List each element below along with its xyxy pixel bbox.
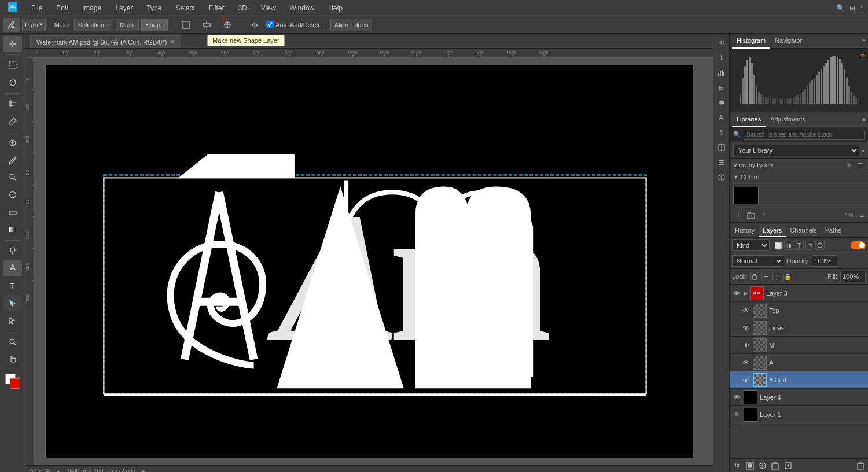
path-mode-3-icon[interactable] <box>218 17 237 33</box>
gradient-tool-icon[interactable] <box>3 222 22 238</box>
canvas-container[interactable]: Am <box>25 58 713 465</box>
type-tool-icon[interactable]: T <box>3 278 22 294</box>
filter-menu[interactable]: Filter <box>205 3 228 13</box>
selection-button[interactable]: Selection... <box>74 19 113 31</box>
list-view-icon[interactable]: ☰ <box>855 160 865 169</box>
dodge-tool-icon[interactable] <box>3 243 22 259</box>
tool-mode-dropdown[interactable]: Path ▾ <box>22 19 46 31</box>
view-dropdown-arrow-icon[interactable]: ▾ <box>770 162 773 168</box>
filter-toggle[interactable] <box>851 241 866 249</box>
arrow-tool-icon[interactable] <box>715 96 728 109</box>
type-menu[interactable]: Type <box>143 3 165 13</box>
image-menu[interactable]: Image <box>79 3 105 13</box>
path-mode-2-icon[interactable] <box>197 17 216 33</box>
zoom-tool-icon[interactable] <box>3 334 22 350</box>
layer-visibility-icon[interactable]: 👁 <box>732 393 741 402</box>
ps-menu[interactable]: Ps <box>5 1 21 14</box>
lock-artboards-icon[interactable]: ⬚ <box>772 272 781 281</box>
layer-row[interactable]: 👁 A <box>730 354 868 371</box>
library-search-input[interactable] <box>744 130 865 140</box>
grid-view-icon[interactable]: ⊞ <box>844 160 853 169</box>
eraser-tool-icon[interactable] <box>3 204 22 220</box>
layers-tab[interactable]: Layers <box>759 224 786 237</box>
zoom-display[interactable]: 66,67% <box>30 468 50 472</box>
marquee-tool-icon[interactable] <box>3 57 22 73</box>
info-icon[interactable]: ℹ <box>715 51 728 64</box>
layer-visibility-icon[interactable]: 👁 <box>741 341 751 350</box>
colors-section-header[interactable]: ▼ Colors <box>730 171 868 183</box>
layer-filter-dropdown[interactable]: Kind <box>732 239 770 251</box>
path-select-icon[interactable] <box>3 295 22 311</box>
collapse-panel-icon[interactable]: ≪ <box>715 36 728 49</box>
brush-tool-icon[interactable] <box>3 152 22 168</box>
lock-pixels-icon[interactable] <box>750 272 759 281</box>
layer-visibility-icon[interactable]: 👁 <box>741 375 751 385</box>
blend-mode-dropdown[interactable]: Normal <box>732 255 784 267</box>
history-brush-icon[interactable] <box>3 187 22 203</box>
canvas-scroll-area[interactable]: 0 100 200 300 400 500 600 <box>25 58 713 465</box>
new-layer-icon[interactable] <box>783 460 793 471</box>
window-menu[interactable]: Window <box>286 3 318 13</box>
3d-menu[interactable]: 3D <box>234 3 250 13</box>
layer-row[interactable]: 👁 M <box>730 337 868 354</box>
lasso-tool-icon[interactable] <box>3 75 22 91</box>
pen-tool-active-icon[interactable] <box>3 260 22 276</box>
paragraph-icon[interactable]: ¶ <box>715 126 728 139</box>
text-icon[interactable]: A <box>715 111 728 124</box>
workspace-btn[interactable]: ⊞ <box>849 4 855 12</box>
layer-row[interactable]: 👁 Lines <box>730 319 868 337</box>
navigator-tab[interactable]: Navigator <box>770 34 807 49</box>
layer-row[interactable]: 👁 Top <box>730 302 868 319</box>
smart-filter-icon[interactable] <box>815 241 825 250</box>
histogram-tab[interactable]: Histogram <box>732 34 770 49</box>
history-tab[interactable]: History <box>731 224 759 237</box>
auto-add-delete-label[interactable]: Auto Add/Delete <box>266 21 322 28</box>
layer-visibility-icon[interactable]: 👁 <box>741 358 751 367</box>
channels-tab[interactable]: Channels <box>786 224 821 237</box>
layers-list[interactable]: 👁 ▶ AM Layer 3 👁 Top 👁 Li <box>730 285 868 458</box>
new-folder-icon[interactable]: + <box>746 210 756 220</box>
libraries-tab[interactable]: Libraries <box>732 112 766 127</box>
adjustment-layer-icon[interactable] <box>757 460 768 471</box>
mask-button[interactable]: Mask <box>116 19 139 31</box>
clone-stamp-icon[interactable] <box>3 169 22 186</box>
file-menu[interactable]: File <box>28 3 46 13</box>
layer-visibility-icon[interactable]: 👁 <box>732 289 741 298</box>
select-menu[interactable]: Select <box>172 3 198 13</box>
path-mode-1-icon[interactable] <box>176 17 195 33</box>
type-filter-icon[interactable]: T <box>795 241 804 250</box>
delete-layer-icon[interactable] <box>855 460 866 471</box>
hand-tool-icon[interactable] <box>3 351 22 367</box>
direct-select-icon[interactable] <box>3 312 22 329</box>
shape-filter-icon[interactable]: ◻ <box>805 241 814 250</box>
grid-icon[interactable]: ⊞ <box>715 81 728 94</box>
upload-icon[interactable]: ↑ <box>759 210 769 220</box>
shape-button[interactable]: Shape <box>141 19 168 31</box>
histogram-panel-menu-icon[interactable]: ≡ <box>862 38 866 44</box>
pen-tool-icon[interactable] <box>3 18 20 32</box>
libraries-panel-menu-icon[interactable]: ≡ <box>862 116 866 123</box>
adjustment-filter-icon[interactable]: ◑ <box>784 241 793 250</box>
layers-icon[interactable] <box>715 156 728 169</box>
paths-tab[interactable]: Paths <box>821 224 845 237</box>
help-menu[interactable]: Help <box>325 3 346 13</box>
adjustments-tab[interactable]: Adjustments <box>766 112 810 127</box>
layer-row[interactable]: 👁 ▶ AM Layer 3 <box>730 285 868 302</box>
align-edges-button[interactable]: Align Edges <box>330 19 373 31</box>
layer-visibility-icon[interactable]: 👁 <box>732 410 741 419</box>
layer-row[interactable]: 👁 Layer 1 <box>730 406 868 423</box>
eyedropper-tool-icon[interactable] <box>3 113 22 130</box>
main-canvas[interactable]: Am <box>45 65 693 458</box>
adjustments-icon[interactable] <box>715 171 728 184</box>
layers-panel-menu-icon[interactable]: ≡ <box>859 231 867 237</box>
layer-row[interactable]: 👁 Layer 4 <box>730 389 868 406</box>
share-btn[interactable]: ↑ <box>860 4 863 12</box>
color-swatch-black[interactable] <box>733 187 759 204</box>
color-swatches[interactable] <box>3 373 23 389</box>
move-tool-icon[interactable]: ✛ <box>3 36 22 52</box>
group-layers-icon[interactable] <box>770 460 781 471</box>
search-btn[interactable]: 🔍 <box>836 4 845 12</box>
fx-button[interactable]: fx <box>732 460 742 471</box>
active-layer-row[interactable]: 👁 A Curl <box>730 371 868 389</box>
layer-visibility-icon[interactable]: 👁 <box>741 323 751 333</box>
